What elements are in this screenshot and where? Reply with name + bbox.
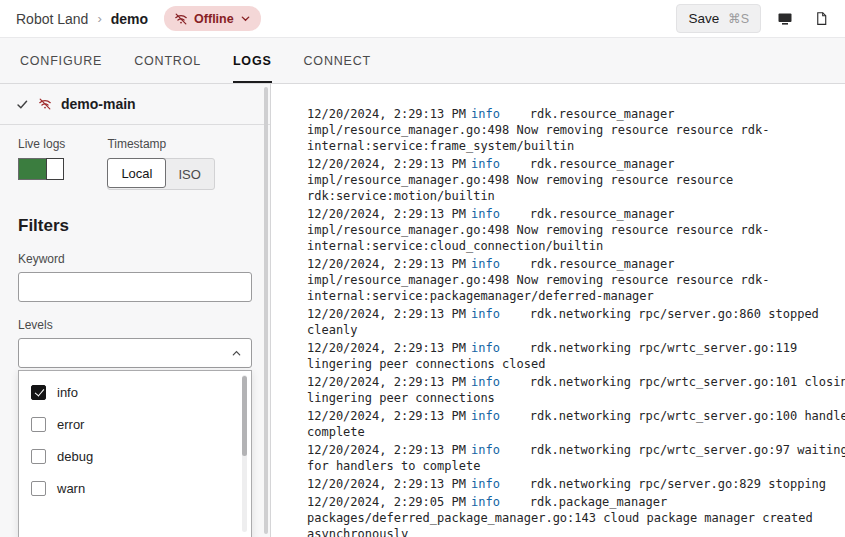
log-timestamp: 12/20/2024, 2:29:05 PM (307, 495, 466, 509)
header: Robot Land › demo Offline Save ⌘S (0, 0, 845, 38)
breadcrumb: Robot Land › demo (16, 11, 148, 27)
levels-options-list: infoerrordebugwarn (19, 376, 251, 504)
log-level: info (471, 409, 500, 423)
wifi-off-icon (38, 97, 52, 111)
timestamp-option-iso[interactable]: ISO (165, 159, 213, 189)
keyword-input[interactable] (18, 272, 252, 302)
log-entry: 12/20/2024, 2:29:13 PMinfordk.networking… (307, 306, 845, 338)
log-controls: Live logs Timestamp LocalISO (18, 137, 252, 190)
log-panel: 12/20/2024, 2:29:13 PMinfordk.resource_m… (271, 84, 845, 537)
live-logs-label: Live logs (18, 137, 65, 151)
level-option-info[interactable]: info (19, 376, 251, 408)
timestamp-control: Timestamp LocalISO (107, 137, 214, 190)
log-level: info (471, 495, 500, 509)
levels-select[interactable] (18, 338, 252, 368)
log-entry: 12/20/2024, 2:29:13 PMinfordk.networking… (307, 374, 845, 406)
log-entry: 12/20/2024, 2:29:13 PMinfordk.networking… (307, 408, 845, 440)
level-option-label: debug (57, 449, 93, 464)
part-name: demo-main (61, 96, 136, 112)
log-level: info (471, 341, 500, 355)
log-level: info (471, 157, 500, 171)
breadcrumb-current: demo (111, 11, 148, 27)
level-option-warn[interactable]: warn (19, 472, 251, 504)
log-entry: 12/20/2024, 2:29:13 PMinfordk.resource_m… (307, 206, 845, 254)
log-entry: 12/20/2024, 2:29:13 PMinfordk.resource_m… (307, 106, 845, 154)
monitor-button[interactable] (773, 7, 797, 31)
log-timestamp: 12/20/2024, 2:29:13 PM (307, 107, 466, 121)
log-timestamp: 12/20/2024, 2:29:13 PM (307, 477, 466, 491)
live-logs-control: Live logs (18, 137, 65, 180)
checkbox-info[interactable] (31, 385, 46, 400)
tab-control[interactable]: CONTROL (134, 38, 201, 83)
document-icon (814, 11, 829, 26)
log-timestamp: 12/20/2024, 2:29:13 PM (307, 409, 466, 423)
status-label: Offline (194, 12, 234, 26)
log-level: info (471, 107, 500, 121)
log-entry: 12/20/2024, 2:29:13 PMinfordk.resource_m… (307, 256, 845, 304)
log-entry: 12/20/2024, 2:29:13 PMinfordk.networking… (307, 476, 845, 492)
tab-bar: CONFIGURECONTROLLOGSCONNECT (0, 38, 845, 84)
log-timestamp: 12/20/2024, 2:29:13 PM (307, 341, 466, 355)
levels-dropdown: infoerrordebugwarn (18, 370, 252, 537)
log-level: info (471, 257, 500, 271)
levels-label: Levels (18, 318, 252, 332)
save-shortcut: ⌘S (728, 11, 749, 26)
log-level: info (471, 375, 500, 389)
monitor-icon (777, 11, 793, 27)
tab-connect[interactable]: CONNECT (304, 38, 371, 83)
content: demo-main Live logs Timestamp LocalISO F… (0, 84, 845, 537)
log-timestamp: 12/20/2024, 2:29:13 PM (307, 307, 466, 321)
part-row-demo-main[interactable]: demo-main (0, 84, 270, 125)
toggle-knob (46, 158, 64, 180)
log-entry: 12/20/2024, 2:29:13 PMinfordk.resource_m… (307, 156, 845, 204)
save-label: Save (688, 11, 719, 26)
breadcrumb-root[interactable]: Robot Land (16, 11, 88, 27)
chevron-down-icon (240, 13, 251, 24)
checkbox-warn[interactable] (31, 481, 46, 496)
log-timestamp: 12/20/2024, 2:29:13 PM (307, 375, 466, 389)
log-message: rdk.networking rpc/server.go:829 stoppin… (530, 477, 826, 491)
app: Robot Land › demo Offline Save ⌘S (0, 0, 845, 537)
chevron-up-icon (231, 348, 242, 359)
tab-logs[interactable]: LOGS (233, 38, 272, 83)
log-entry: 12/20/2024, 2:29:05 PMinfordk.package_ma… (307, 494, 845, 537)
log-timestamp: 12/20/2024, 2:29:13 PM (307, 257, 466, 271)
breadcrumb-separator: › (97, 11, 101, 26)
log-entry: 12/20/2024, 2:29:13 PMinfordk.networking… (307, 340, 845, 372)
document-button[interactable] (809, 7, 833, 31)
checkbox-debug[interactable] (31, 449, 46, 464)
level-option-error[interactable]: error (19, 408, 251, 440)
timestamp-label: Timestamp (107, 137, 214, 151)
check-icon (16, 98, 29, 111)
level-option-label: info (57, 385, 78, 400)
log-list: 12/20/2024, 2:29:13 PMinfordk.resource_m… (307, 106, 845, 537)
log-level: info (471, 477, 500, 491)
wifi-off-icon (174, 12, 188, 26)
log-level: info (471, 207, 500, 221)
filters-title: Filters (18, 216, 252, 236)
log-level: info (471, 307, 500, 321)
level-option-label: warn (57, 481, 85, 496)
level-option-debug[interactable]: debug (19, 440, 251, 472)
sidebar: demo-main Live logs Timestamp LocalISO F… (0, 84, 271, 537)
timestamp-segmented: LocalISO (107, 158, 214, 190)
header-actions: Save ⌘S (676, 4, 833, 33)
sidebar-scrollbar-thumb[interactable] (264, 87, 268, 534)
timestamp-option-local[interactable]: Local (107, 158, 166, 188)
dropdown-scrollbar-thumb[interactable] (242, 376, 247, 456)
keyword-label: Keyword (18, 252, 252, 266)
log-timestamp: 12/20/2024, 2:29:13 PM (307, 443, 466, 457)
status-dropdown[interactable]: Offline (164, 6, 261, 31)
log-entry: 12/20/2024, 2:29:13 PMinfordk.networking… (307, 442, 845, 474)
log-level: info (471, 443, 500, 457)
log-timestamp: 12/20/2024, 2:29:13 PM (307, 157, 466, 171)
tab-configure[interactable]: CONFIGURE (20, 38, 102, 83)
checkbox-error[interactable] (31, 417, 46, 432)
save-button[interactable]: Save ⌘S (676, 4, 761, 33)
level-option-label: error (57, 417, 84, 432)
log-timestamp: 12/20/2024, 2:29:13 PM (307, 207, 466, 221)
live-logs-toggle[interactable] (18, 158, 64, 180)
